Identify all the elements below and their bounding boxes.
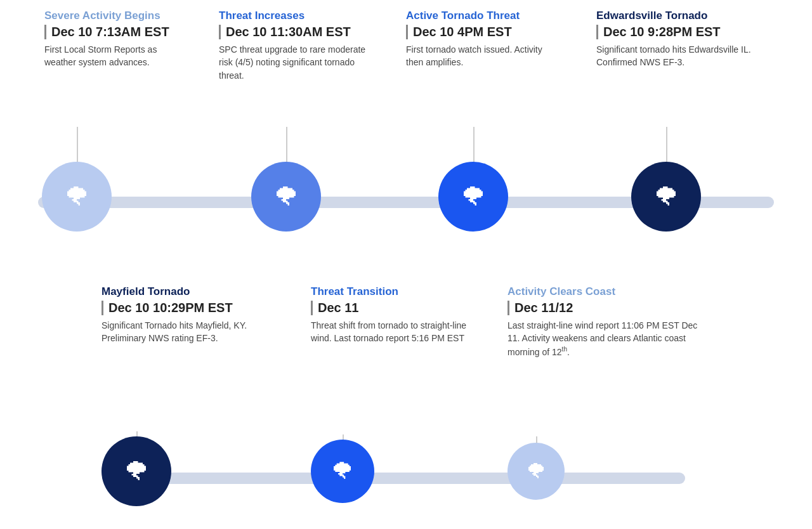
node6-title: Threat Transition [311, 285, 469, 298]
node2-title: Threat Increases [219, 10, 371, 22]
node4-circle: 🌪 [631, 162, 701, 232]
node1-circle: 🌪 [42, 162, 112, 232]
node2-tornado-icon: 🌪 [273, 183, 299, 211]
node3-text: First tornado watch issued. Activity the… [406, 43, 558, 69]
info-box-activity-clears: Activity Clears Coast Dec 11/12 Last str… [508, 285, 704, 358]
node1-text: First Local Storm Reports as weather sys… [44, 43, 190, 69]
node1-tornado-icon: 🌪 [64, 183, 89, 211]
node5-tornado-icon: 🌪 [124, 457, 149, 486]
info-box-threat-transition: Threat Transition Dec 11 Threat shift fr… [311, 285, 469, 345]
node3-date: Dec 10 4PM EST [406, 25, 558, 39]
node7-text: Last straight-line wind report 11:06 PM … [508, 319, 704, 358]
node5-title: Mayfield Tornado [102, 285, 273, 298]
node6-text: Threat shift from tornado to straight-li… [311, 319, 469, 345]
node3-title: Active Tornado Threat [406, 10, 558, 22]
node7-circle: 🌪 [508, 443, 565, 500]
node4-tornado-icon: 🌪 [653, 183, 679, 211]
info-box-threat-increases: Threat Increases Dec 10 11:30AM EST SPC … [219, 10, 371, 82]
node1-title: Severe Activity Begins [44, 10, 190, 22]
node6-tornado-icon: 🌪 [331, 458, 354, 485]
info-box-severe-activity: Severe Activity Begins Dec 10 7:13AM EST… [44, 10, 190, 69]
node7-date: Dec 11/12 [508, 301, 704, 315]
node4-date: Dec 10 9:28PM EST [596, 25, 774, 39]
bottom-timeline-line [127, 473, 685, 484]
timeline-container: Severe Activity Begins Dec 10 7:13AM EST… [0, 0, 812, 529]
node5-date: Dec 10 10:29PM EST [102, 301, 273, 315]
node2-date: Dec 10 11:30AM EST [219, 25, 371, 39]
node2-text: SPC threat upgrade to rare moderate risk… [219, 43, 371, 82]
node4-text: Significant tornado hits Edwardsville IL… [596, 43, 774, 69]
node6-circle: 🌪 [311, 440, 374, 503]
node1-date: Dec 10 7:13AM EST [44, 25, 190, 39]
node2-circle: 🌪 [251, 162, 321, 232]
node5-text: Significant Tornado hits Mayfield, KY. P… [102, 319, 273, 345]
node5-circle: 🌪 [102, 436, 171, 506]
node7-tornado-icon: 🌪 [526, 460, 546, 483]
node3-circle: 🌪 [438, 162, 508, 232]
node6-date: Dec 11 [311, 301, 469, 315]
node7-title: Activity Clears Coast [508, 285, 704, 298]
info-box-active-tornado: Active Tornado Threat Dec 10 4PM EST Fir… [406, 10, 558, 69]
info-box-mayfield: Mayfield Tornado Dec 10 10:29PM EST Sign… [102, 285, 273, 345]
node4-title: Edwardsville Tornado [596, 10, 774, 22]
node3-tornado-icon: 🌪 [461, 183, 486, 211]
info-box-edwardsville: Edwardsville Tornado Dec 10 9:28PM EST S… [596, 10, 774, 69]
